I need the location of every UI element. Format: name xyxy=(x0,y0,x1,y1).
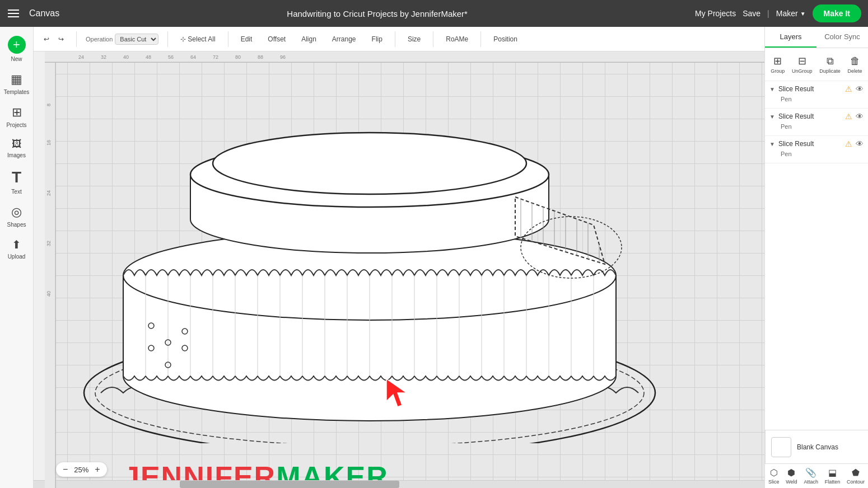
chevron-icon-1: ▼ xyxy=(769,86,775,92)
sidebar-upload-label: Upload xyxy=(8,254,26,260)
size-button[interactable]: Size xyxy=(404,33,424,45)
svg-marker-67 xyxy=(386,379,407,407)
bottom-actions: ⬡ Slice ⬢ Weld 📎 Attach ⬓ Flatten ⬟ Cont… xyxy=(765,463,868,488)
sidebar-item-new[interactable]: + New xyxy=(1,31,32,67)
canvas-area[interactable]: 24 32 40 48 56 64 72 80 88 96 8 16 24 32… xyxy=(45,51,764,488)
layer-operations: ⊞ Group ⊟ UnGroup ⧉ Duplicate 🗑 Delete xyxy=(765,48,868,81)
svg-text:48: 48 xyxy=(146,54,151,60)
ungroup-icon: ⊟ xyxy=(798,55,806,67)
design-canvas[interactable]: JENNIFERMAKER xyxy=(56,63,764,488)
undo-redo-group: ↩ ↪ xyxy=(40,33,67,45)
duplicate-button[interactable]: ⧉ Duplicate xyxy=(816,53,844,76)
attach-button[interactable]: 📎 Attach xyxy=(801,465,820,487)
warning-icon-2: ⚠ xyxy=(845,112,852,121)
rotate-button[interactable]: RoAMe xyxy=(442,33,472,45)
right-panel-tabs: Layers Color Sync xyxy=(765,27,868,48)
undo-button[interactable]: ↩ xyxy=(40,33,53,45)
select-all-button[interactable]: ⊹ Select All xyxy=(177,33,218,45)
warning-icon-1: ⚠ xyxy=(845,85,852,93)
layer-sub-2: Pen xyxy=(769,121,864,132)
save-button[interactable]: Save xyxy=(743,9,760,18)
svg-text:24: 24 xyxy=(46,190,52,196)
svg-text:96: 96 xyxy=(280,54,286,60)
align-button[interactable]: Align xyxy=(298,33,320,45)
layer-header-3[interactable]: ▼ Slice Result ⚠ 👁 xyxy=(769,139,864,148)
blank-canvas-panel: Blank Canvas xyxy=(765,430,868,463)
group-button[interactable]: ⊞ Group xyxy=(767,53,788,76)
zoom-in-button[interactable]: + xyxy=(94,464,101,475)
svg-text:80: 80 xyxy=(235,54,241,60)
position-button[interactable]: Position xyxy=(490,33,521,45)
horizontal-scrollbar[interactable] xyxy=(34,480,764,488)
nav-right-actions: My Projects Save | Maker ▼ Make It xyxy=(695,4,861,22)
ruler-vertical: 8 16 24 32 40 xyxy=(45,63,56,488)
slice-icon: ⬡ xyxy=(770,467,778,478)
cursor-indicator xyxy=(381,373,414,415)
edit-button[interactable]: Edit xyxy=(237,33,256,45)
zoom-controls: − 25% + xyxy=(56,462,107,477)
navbar: Canvas Handwriting to Cricut Projects by… xyxy=(0,0,868,27)
layer-sub-1: Pen xyxy=(769,93,864,105)
svg-text:88: 88 xyxy=(258,54,263,60)
images-icon: 🖼 xyxy=(12,138,22,150)
toolbar-separator-1 xyxy=(76,31,77,47)
zoom-out-button[interactable]: − xyxy=(62,464,69,475)
scrollbar-thumb[interactable] xyxy=(180,481,399,488)
sidebar-item-upload[interactable]: ⬆ Upload xyxy=(1,233,32,264)
sidebar-item-projects[interactable]: ⊞ Projects xyxy=(1,101,32,133)
arrange-button[interactable]: Arrange xyxy=(329,33,360,45)
eye-icon-3[interactable]: 👁 xyxy=(856,139,864,148)
toolbar: ↩ ↪ Operation Basic Cut ⊹ Select All Edi… xyxy=(34,27,764,51)
maker-label: Maker xyxy=(776,9,798,18)
weld-button[interactable]: ⬢ Weld xyxy=(783,465,799,487)
layer-sub-3: Pen xyxy=(769,148,864,159)
sidebar-item-images[interactable]: 🖼 Images xyxy=(1,134,32,163)
layer-header-2[interactable]: ▼ Slice Result ⚠ 👁 xyxy=(769,112,864,121)
ungroup-button[interactable]: ⊟ UnGroup xyxy=(788,53,816,76)
make-it-button[interactable]: Make It xyxy=(813,4,861,22)
contour-icon: ⬟ xyxy=(852,467,860,478)
shapes-icon: ◎ xyxy=(11,205,22,219)
chevron-icon-3: ▼ xyxy=(769,141,775,147)
svg-text:32: 32 xyxy=(101,54,106,60)
nav-divider: | xyxy=(767,9,769,18)
delete-icon: 🗑 xyxy=(850,55,860,67)
sidebar-item-templates[interactable]: ▦ Templates xyxy=(1,68,32,100)
operation-select[interactable]: Basic Cut xyxy=(115,34,158,45)
delete-button[interactable]: 🗑 Delete xyxy=(844,53,866,76)
contour-button[interactable]: ⬟ Contour xyxy=(844,465,867,487)
sidebar-text-label: Text xyxy=(11,189,21,195)
toolbar-separator-4 xyxy=(395,31,395,47)
offset-button[interactable]: Offset xyxy=(264,33,289,45)
layer-item-2: ▼ Slice Result ⚠ 👁 Pen xyxy=(765,109,868,136)
toolbar-separator-6 xyxy=(480,31,481,47)
slice-button[interactable]: ⬡ Slice xyxy=(766,465,782,487)
app-title: Canvas xyxy=(29,8,59,18)
sidebar-templates-label: Templates xyxy=(4,89,30,95)
blank-canvas-swatch[interactable] xyxy=(771,437,791,457)
flip-button[interactable]: Flip xyxy=(368,33,386,45)
sidebar-shapes-label: Shapes xyxy=(7,222,26,228)
svg-text:16: 16 xyxy=(46,140,52,146)
eye-icon-1[interactable]: 👁 xyxy=(856,85,864,93)
sidebar-projects-label: Projects xyxy=(6,122,26,128)
tab-color-sync[interactable]: Color Sync xyxy=(816,27,868,48)
layer-header-1[interactable]: ▼ Slice Result ⚠ 👁 xyxy=(769,85,864,93)
project-title: Handwriting to Cricut Projects by Jennif… xyxy=(59,9,695,18)
blank-canvas-label: Blank Canvas xyxy=(797,443,838,451)
my-projects-link[interactable]: My Projects xyxy=(695,9,736,18)
redo-button[interactable]: ↪ xyxy=(55,33,67,45)
tab-layers[interactable]: Layers xyxy=(765,27,816,48)
toolbar-separator-2 xyxy=(167,31,168,47)
operation-label: Operation xyxy=(86,36,113,43)
sidebar-item-shapes[interactable]: ◎ Shapes xyxy=(1,200,32,232)
svg-text:8: 8 xyxy=(46,104,52,106)
sidebar-item-text[interactable]: T Text xyxy=(1,164,32,199)
eye-icon-2[interactable]: 👁 xyxy=(856,112,864,121)
hamburger-menu[interactable] xyxy=(0,0,27,27)
svg-text:40: 40 xyxy=(123,54,129,60)
templates-icon: ▦ xyxy=(11,72,22,87)
maker-selector[interactable]: Maker ▼ xyxy=(776,9,806,18)
weld-icon: ⬢ xyxy=(787,467,795,478)
flatten-button[interactable]: ⬓ Flatten xyxy=(823,465,843,487)
